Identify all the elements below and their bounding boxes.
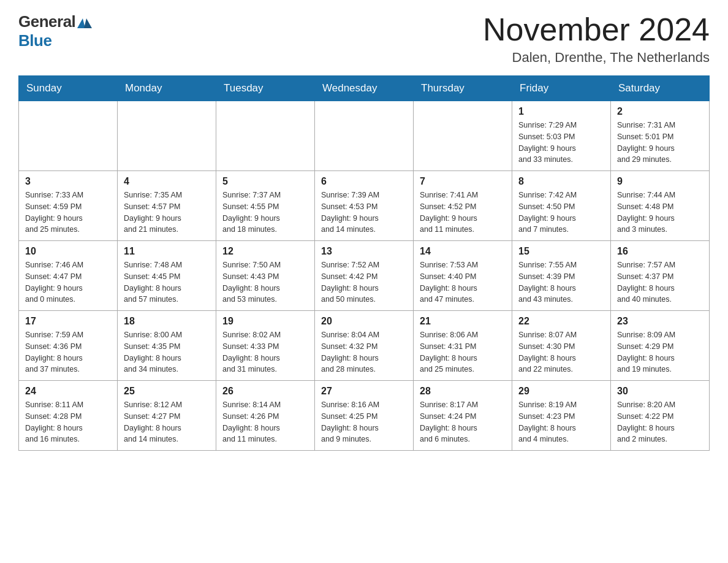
calendar-day-cell: 21Sunrise: 8:06 AM Sunset: 4:31 PM Dayli… <box>414 311 512 381</box>
logo: General Blue <box>18 12 92 50</box>
day-info: Sunrise: 7:35 AM Sunset: 4:57 PM Dayligh… <box>124 190 210 236</box>
day-info: Sunrise: 8:14 AM Sunset: 4:26 PM Dayligh… <box>222 399 308 445</box>
day-number: 2 <box>617 106 703 117</box>
day-info: Sunrise: 8:02 AM Sunset: 4:33 PM Dayligh… <box>222 329 308 375</box>
day-info: Sunrise: 7:55 AM Sunset: 4:39 PM Dayligh… <box>518 259 604 305</box>
day-info: Sunrise: 8:04 AM Sunset: 4:32 PM Dayligh… <box>321 329 407 375</box>
calendar-week-row: 24Sunrise: 8:11 AM Sunset: 4:28 PM Dayli… <box>19 381 710 451</box>
calendar-day-cell: 17Sunrise: 7:59 AM Sunset: 4:36 PM Dayli… <box>19 311 118 381</box>
page-header: General Blue November 2024 Dalen, Drenth… <box>18 12 710 66</box>
day-number: 6 <box>321 176 407 187</box>
calendar-day-cell <box>414 101 512 171</box>
day-info: Sunrise: 7:31 AM Sunset: 5:01 PM Dayligh… <box>617 120 703 166</box>
calendar-day-cell: 26Sunrise: 8:14 AM Sunset: 4:26 PM Dayli… <box>216 381 315 451</box>
day-info: Sunrise: 8:06 AM Sunset: 4:31 PM Dayligh… <box>420 329 506 375</box>
month-title: November 2024 <box>483 12 710 47</box>
location-text: Dalen, Drenthe, The Netherlands <box>483 50 710 66</box>
day-info: Sunrise: 8:09 AM Sunset: 4:29 PM Dayligh… <box>617 329 703 375</box>
calendar-day-header: Sunday <box>19 76 118 101</box>
calendar-day-header: Monday <box>118 76 216 101</box>
calendar-day-cell: 8Sunrise: 7:42 AM Sunset: 4:50 PM Daylig… <box>512 171 611 241</box>
logo-general-text: General <box>18 12 75 31</box>
calendar-day-header: Friday <box>512 76 611 101</box>
calendar-day-cell: 9Sunrise: 7:44 AM Sunset: 4:48 PM Daylig… <box>611 171 710 241</box>
day-info: Sunrise: 8:11 AM Sunset: 4:28 PM Dayligh… <box>25 399 111 445</box>
logo-blue-text: Blue <box>18 31 51 50</box>
calendar-day-cell: 18Sunrise: 8:00 AM Sunset: 4:35 PM Dayli… <box>118 311 216 381</box>
day-number: 1 <box>518 106 604 117</box>
calendar-day-cell <box>216 101 315 171</box>
calendar-day-cell: 3Sunrise: 7:33 AM Sunset: 4:59 PM Daylig… <box>19 171 118 241</box>
calendar-day-header: Tuesday <box>216 76 315 101</box>
day-number: 12 <box>222 246 308 257</box>
day-info: Sunrise: 7:41 AM Sunset: 4:52 PM Dayligh… <box>420 190 506 236</box>
day-info: Sunrise: 7:42 AM Sunset: 4:50 PM Dayligh… <box>518 190 604 236</box>
day-info: Sunrise: 7:37 AM Sunset: 4:55 PM Dayligh… <box>222 190 308 236</box>
day-info: Sunrise: 8:12 AM Sunset: 4:27 PM Dayligh… <box>124 399 210 445</box>
calendar-week-row: 3Sunrise: 7:33 AM Sunset: 4:59 PM Daylig… <box>19 171 710 241</box>
calendar-day-cell: 4Sunrise: 7:35 AM Sunset: 4:57 PM Daylig… <box>118 171 216 241</box>
calendar-day-cell <box>315 101 414 171</box>
day-info: Sunrise: 7:52 AM Sunset: 4:42 PM Dayligh… <box>321 259 407 305</box>
day-info: Sunrise: 8:16 AM Sunset: 4:25 PM Dayligh… <box>321 399 407 445</box>
calendar-day-cell <box>19 101 118 171</box>
day-number: 29 <box>518 386 604 397</box>
calendar-day-cell: 5Sunrise: 7:37 AM Sunset: 4:55 PM Daylig… <box>216 171 315 241</box>
day-info: Sunrise: 8:20 AM Sunset: 4:22 PM Dayligh… <box>617 399 703 445</box>
calendar-day-cell: 6Sunrise: 7:39 AM Sunset: 4:53 PM Daylig… <box>315 171 414 241</box>
day-number: 23 <box>617 316 703 327</box>
calendar-day-cell: 15Sunrise: 7:55 AM Sunset: 4:39 PM Dayli… <box>512 241 611 311</box>
day-info: Sunrise: 7:48 AM Sunset: 4:45 PM Dayligh… <box>124 259 210 305</box>
day-number: 25 <box>124 386 210 397</box>
calendar-day-cell: 11Sunrise: 7:48 AM Sunset: 4:45 PM Dayli… <box>118 241 216 311</box>
calendar-day-cell: 24Sunrise: 8:11 AM Sunset: 4:28 PM Dayli… <box>19 381 118 451</box>
calendar-day-cell: 29Sunrise: 8:19 AM Sunset: 4:23 PM Dayli… <box>512 381 611 451</box>
day-number: 21 <box>420 316 506 327</box>
calendar-week-row: 1Sunrise: 7:29 AM Sunset: 5:03 PM Daylig… <box>19 101 710 171</box>
day-number: 30 <box>617 386 703 397</box>
calendar-day-cell: 10Sunrise: 7:46 AM Sunset: 4:47 PM Dayli… <box>19 241 118 311</box>
day-number: 16 <box>617 246 703 257</box>
calendar-week-row: 10Sunrise: 7:46 AM Sunset: 4:47 PM Dayli… <box>19 241 710 311</box>
day-number: 11 <box>124 246 210 257</box>
day-info: Sunrise: 8:19 AM Sunset: 4:23 PM Dayligh… <box>518 399 604 445</box>
calendar-day-cell: 14Sunrise: 7:53 AM Sunset: 4:40 PM Dayli… <box>414 241 512 311</box>
day-info: Sunrise: 7:57 AM Sunset: 4:37 PM Dayligh… <box>617 259 703 305</box>
day-info: Sunrise: 7:33 AM Sunset: 4:59 PM Dayligh… <box>25 190 111 236</box>
calendar-day-cell: 22Sunrise: 8:07 AM Sunset: 4:30 PM Dayli… <box>512 311 611 381</box>
calendar-day-cell: 25Sunrise: 8:12 AM Sunset: 4:27 PM Dayli… <box>118 381 216 451</box>
calendar-day-cell: 19Sunrise: 8:02 AM Sunset: 4:33 PM Dayli… <box>216 311 315 381</box>
day-number: 28 <box>420 386 506 397</box>
calendar-day-cell: 7Sunrise: 7:41 AM Sunset: 4:52 PM Daylig… <box>414 171 512 241</box>
day-number: 13 <box>321 246 407 257</box>
day-number: 18 <box>124 316 210 327</box>
calendar-header-row: SundayMondayTuesdayWednesdayThursdayFrid… <box>19 76 710 101</box>
day-number: 4 <box>124 176 210 187</box>
day-info: Sunrise: 7:59 AM Sunset: 4:36 PM Dayligh… <box>25 329 111 375</box>
day-info: Sunrise: 7:39 AM Sunset: 4:53 PM Dayligh… <box>321 190 407 236</box>
calendar-day-cell: 2Sunrise: 7:31 AM Sunset: 5:01 PM Daylig… <box>611 101 710 171</box>
day-number: 10 <box>25 246 111 257</box>
day-number: 9 <box>617 176 703 187</box>
day-number: 27 <box>321 386 407 397</box>
day-number: 24 <box>25 386 111 397</box>
day-info: Sunrise: 7:50 AM Sunset: 4:43 PM Dayligh… <box>222 259 308 305</box>
calendar-day-cell <box>118 101 216 171</box>
day-info: Sunrise: 8:00 AM Sunset: 4:35 PM Dayligh… <box>124 329 210 375</box>
day-number: 8 <box>518 176 604 187</box>
calendar-day-cell: 13Sunrise: 7:52 AM Sunset: 4:42 PM Dayli… <box>315 241 414 311</box>
day-info: Sunrise: 7:29 AM Sunset: 5:03 PM Dayligh… <box>518 120 604 166</box>
day-info: Sunrise: 7:53 AM Sunset: 4:40 PM Dayligh… <box>420 259 506 305</box>
calendar-day-cell: 30Sunrise: 8:20 AM Sunset: 4:22 PM Dayli… <box>611 381 710 451</box>
calendar-day-header: Thursday <box>414 76 512 101</box>
day-number: 3 <box>25 176 111 187</box>
calendar-day-cell: 27Sunrise: 8:16 AM Sunset: 4:25 PM Dayli… <box>315 381 414 451</box>
calendar-day-header: Wednesday <box>315 76 414 101</box>
day-info: Sunrise: 8:07 AM Sunset: 4:30 PM Dayligh… <box>518 329 604 375</box>
calendar-day-cell: 16Sunrise: 7:57 AM Sunset: 4:37 PM Dayli… <box>611 241 710 311</box>
day-number: 17 <box>25 316 111 327</box>
calendar-table: SundayMondayTuesdayWednesdayThursdayFrid… <box>18 75 710 451</box>
calendar-day-cell: 12Sunrise: 7:50 AM Sunset: 4:43 PM Dayli… <box>216 241 315 311</box>
day-info: Sunrise: 8:17 AM Sunset: 4:24 PM Dayligh… <box>420 399 506 445</box>
calendar-day-header: Saturday <box>611 76 710 101</box>
